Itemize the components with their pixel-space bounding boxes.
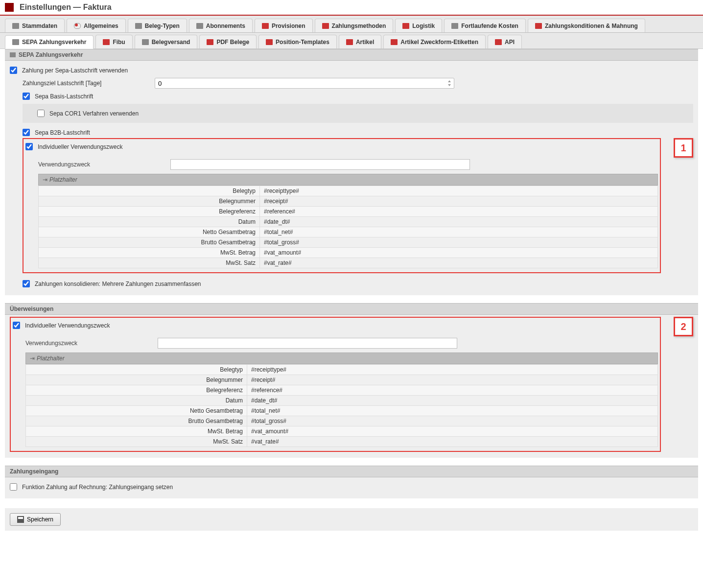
- highlight-box-1: Individueller Verwendungszweck Verwendun…: [23, 138, 661, 273]
- placeholder-header-1[interactable]: ⇥ Platzhalter: [38, 174, 658, 186]
- section-icon: [10, 52, 16, 57]
- tab-label: Zahlungskonditionen & Mahnung: [545, 23, 638, 29]
- tab-label: Artikel: [356, 39, 374, 46]
- placeholder-value: #reference#: [247, 385, 658, 396]
- annotation-badge-2: 2: [674, 317, 693, 336]
- placeholder-value: #receipt#: [260, 196, 658, 207]
- placeholder-value: #total_gross#: [247, 416, 658, 426]
- checkbox-consolidate[interactable]: [23, 280, 30, 287]
- placeholder-value: #total_net#: [260, 227, 658, 237]
- tab-zahlungsmethoden[interactable]: Zahlungsmethoden: [315, 19, 394, 32]
- tab-label: PDF Belege: [216, 39, 249, 46]
- tab-icon: [142, 39, 149, 45]
- tab-abonnements[interactable]: Abonnements: [189, 19, 253, 32]
- tab-icon: [391, 39, 398, 45]
- placeholder-value: #total_gross#: [260, 237, 658, 248]
- placeholder-table-1: Belegtyp#receipttype#Belegnummer#receipt…: [38, 186, 658, 268]
- tab-postemplates[interactable]: Position-Templates: [258, 35, 337, 48]
- footer-bar: Speichern: [5, 508, 698, 531]
- placeholder-value: #receipttype#: [260, 186, 658, 196]
- tab-label: Artikel Zweckform-Etiketten: [400, 39, 478, 46]
- label-consolidate: Zahlungen konsolidieren: Mehrere Zahlung…: [35, 281, 201, 287]
- placeholder-label: Datum: [39, 217, 260, 227]
- tab-sepa[interactable]: SEPA Zahlungsverkehr: [5, 35, 94, 49]
- label-use-sepa: Zahlung per Sepa-Lastschrift verwenden: [22, 67, 128, 74]
- placeholder-value: #vat_amount#: [247, 426, 658, 437]
- checkbox-cor1[interactable]: [37, 110, 45, 117]
- checkbox-basis[interactable]: [23, 93, 30, 100]
- tab-provisionen[interactable]: Provisionen: [255, 19, 313, 32]
- placeholder-value: #receipt#: [247, 375, 658, 385]
- placeholder-value: #vat_amount#: [260, 248, 658, 258]
- table-row: Belegtyp#receipttype#: [39, 186, 658, 196]
- page-title: Einstellungen — Faktura: [20, 3, 112, 12]
- tab-label: Zahlungsmethoden: [332, 23, 386, 29]
- table-row: Datum#date_dt#: [39, 217, 658, 227]
- placeholder-value: #receipttype#: [247, 365, 658, 375]
- placeholder-header-2[interactable]: ⇥ Platzhalter: [25, 353, 658, 364]
- table-row: Belegtyp#receipttype#: [26, 365, 658, 375]
- input-vz-1[interactable]: [170, 159, 470, 170]
- table-row: MwSt. Betrag#vat_amount#: [39, 248, 658, 258]
- input-vz-2[interactable]: [158, 338, 457, 349]
- checkbox-indiv-1[interactable]: [25, 143, 33, 150]
- tabs-primary: Stammdaten Allgemeines Beleg-Typen Abonn…: [0, 16, 703, 33]
- table-row: Brutto Gesamtbetrag#total_gross#: [39, 237, 658, 248]
- expand-icon: ⇥: [43, 176, 47, 183]
- section-title: Überweisungen: [10, 306, 53, 312]
- tab-icon: [346, 39, 353, 45]
- annotation-badge-1: 1: [674, 138, 693, 158]
- tab-artikel[interactable]: Artikel: [339, 35, 381, 48]
- toggle-icon: [74, 23, 81, 29]
- table-row: Belegnummer#receipt#: [26, 375, 658, 385]
- checkbox-b2b[interactable]: [23, 129, 30, 136]
- tab-icon: [322, 23, 329, 29]
- tab-pdf[interactable]: PDF Belege: [199, 35, 257, 48]
- tab-label: Logistik: [412, 23, 435, 29]
- placeholder-label: Netto Gesamtbetrag: [39, 227, 260, 237]
- tab-icon: [402, 23, 409, 29]
- tab-icon: [262, 23, 269, 29]
- section-ueberweisungen-header: Überweisungen: [5, 303, 698, 315]
- tab-belegtypen[interactable]: Beleg-Typen: [128, 19, 187, 32]
- label-vz-1: Verwendungszweck: [38, 161, 170, 168]
- placeholder-table-2: Belegtyp#receipttype#Belegnummer#receipt…: [25, 364, 658, 447]
- tab-icon: [135, 23, 142, 29]
- tabs-secondary: SEPA Zahlungsverkehr Fibu Belegversand P…: [0, 33, 703, 49]
- placeholder-label: Belegnummer: [39, 196, 260, 207]
- tab-stammdaten[interactable]: Stammdaten: [5, 19, 65, 32]
- tab-fibu[interactable]: Fibu: [95, 35, 132, 48]
- tab-icon: [103, 39, 110, 45]
- tab-icon: [196, 23, 203, 29]
- save-icon: [17, 516, 24, 523]
- section-title: Zahlungseingang: [10, 468, 58, 475]
- window-header: Einstellungen — Faktura: [0, 0, 703, 16]
- tab-allgemeines[interactable]: Allgemeines: [67, 19, 126, 32]
- placeholder-value: #date_dt#: [247, 396, 658, 406]
- tab-api[interactable]: API: [488, 35, 522, 48]
- checkbox-zahlung-auf-rechnung[interactable]: [10, 483, 17, 491]
- tab-label: Allgemeines: [84, 23, 118, 29]
- input-zahlungsziel[interactable]: [155, 78, 454, 89]
- tab-label: Belegversand: [152, 39, 190, 46]
- tab-label: Abonnements: [206, 23, 245, 29]
- section-title: SEPA Zahlungsverkehr: [19, 51, 83, 58]
- checkbox-indiv-2[interactable]: [13, 322, 20, 329]
- save-button[interactable]: Speichern: [10, 513, 61, 526]
- table-row: Netto Gesamtbetrag#total_net#: [26, 406, 658, 416]
- label-basis: Sepa Basis-Lastschrift: [35, 93, 93, 100]
- tab-label: Beleg-Typen: [145, 23, 180, 29]
- placeholder-title: Platzhalter: [37, 355, 65, 362]
- placeholder-label: Belegtyp: [26, 365, 247, 375]
- tab-belegversand[interactable]: Belegversand: [135, 35, 198, 48]
- tab-label: Provisionen: [272, 23, 305, 29]
- placeholder-label: Netto Gesamtbetrag: [26, 406, 247, 416]
- label-indiv-2: Individueller Verwendungszweck: [25, 322, 110, 329]
- tab-fortlaufende[interactable]: Fortlaufende Kosten: [444, 19, 526, 32]
- tab-zahlungskonditionen[interactable]: Zahlungskonditionen & Mahnung: [528, 19, 645, 32]
- table-row: Belegnummer#receipt#: [39, 196, 658, 207]
- checkbox-use-sepa[interactable]: [10, 67, 17, 74]
- tab-logistik[interactable]: Logistik: [395, 19, 442, 32]
- tab-zweckform[interactable]: Artikel Zweckform-Etiketten: [383, 35, 486, 48]
- table-row: Datum#date_dt#: [26, 396, 658, 406]
